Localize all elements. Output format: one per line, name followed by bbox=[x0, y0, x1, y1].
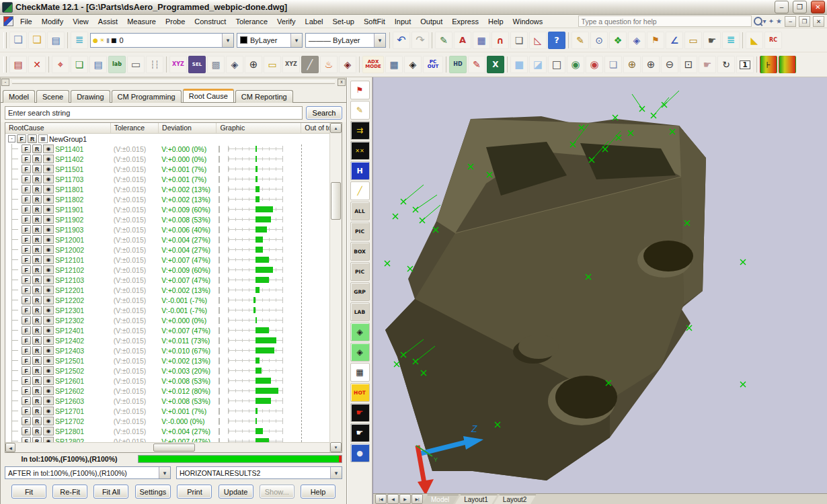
edit-box-icon[interactable]: ❏ bbox=[510, 32, 528, 49]
visibility-eye-icon[interactable]: ◉ bbox=[43, 265, 54, 274]
dropdown-arrow-icon[interactable]: ▾ bbox=[330, 467, 342, 478]
scroll-down-icon[interactable]: ▼ bbox=[330, 442, 342, 452]
visibility-eye-icon[interactable]: ◉ bbox=[43, 437, 54, 442]
tab-model[interactable]: Model bbox=[3, 90, 35, 103]
results-view-combo[interactable]: HORIZONTALRESULTS2 ▾ bbox=[176, 466, 342, 479]
diagonal-line-icon[interactable]: ╱ bbox=[301, 56, 319, 73]
table-row[interactable]: FR◉SP11402(V:±0.015)V:+0.000 (0%) bbox=[5, 154, 330, 164]
menu-input[interactable]: Input bbox=[390, 16, 416, 27]
color-combo[interactable]: ByLayer▾ bbox=[237, 33, 303, 48]
adx-mode-icon[interactable]: ADX MODE bbox=[362, 56, 384, 73]
snap-magnet-icon[interactable]: ∩ bbox=[491, 32, 509, 49]
box-burn-icon[interactable]: BOX bbox=[350, 242, 370, 261]
save-icon[interactable]: ▤ bbox=[47, 32, 65, 49]
panel-close-button[interactable]: x bbox=[338, 79, 346, 86]
report-toggle-button[interactable]: R bbox=[32, 276, 42, 284]
horizontal-scrollbar[interactable]: ◀ ▶ bbox=[5, 442, 342, 452]
show-button[interactable]: Show... bbox=[260, 485, 294, 499]
menu-file[interactable]: File bbox=[15, 16, 37, 27]
menu-windows[interactable]: Windows bbox=[508, 16, 548, 27]
expand-collapse-icon[interactable]: - bbox=[8, 135, 15, 142]
3d-viewport-canvas[interactable]: Z Y bbox=[373, 77, 827, 494]
refit-button[interactable]: Re-Fit bbox=[52, 485, 87, 499]
table-row[interactable]: FR◉SP12001(V:±0.015)V:+0.004 (27%) bbox=[5, 235, 330, 245]
maximize-button[interactable]: ❐ bbox=[793, 1, 807, 13]
nav-first-icon[interactable]: |◀ bbox=[375, 494, 387, 504]
report-toggle-button[interactable]: R bbox=[32, 245, 42, 254]
rc-slope-icon[interactable]: ◣ bbox=[746, 32, 763, 49]
table-row[interactable]: FR◉SP11801(V:±0.015)V:+0.002 (13%) bbox=[5, 184, 330, 194]
feature-toggle-button[interactable]: F bbox=[22, 346, 31, 355]
menu-softfit[interactable]: SoftFit bbox=[359, 16, 390, 27]
report-toggle-button[interactable]: R bbox=[32, 366, 42, 375]
v-scroll-thumb[interactable] bbox=[331, 182, 341, 220]
favorites-star-icon[interactable]: ★ bbox=[776, 17, 782, 25]
visibility-eye-icon[interactable]: ◉ bbox=[43, 144, 54, 153]
report-toggle-button[interactable]: R bbox=[32, 144, 42, 153]
report-toggle-button[interactable]: R bbox=[32, 155, 42, 163]
visibility-eye-icon[interactable]: ◉ bbox=[43, 326, 54, 335]
feature-toggle-button[interactable]: F bbox=[22, 437, 31, 442]
report-toggle-button[interactable]: R bbox=[28, 134, 37, 143]
visibility-eye-icon[interactable]: ◉ bbox=[43, 396, 54, 405]
tab-cmreporting[interactable]: CM Reporting bbox=[235, 90, 293, 103]
all-select-icon[interactable]: ALL bbox=[350, 202, 370, 220]
zoom-window-icon[interactable]: ⊡ bbox=[680, 56, 697, 73]
label-tag-icon[interactable]: lab bbox=[108, 56, 126, 73]
menu-setup[interactable]: Set-up bbox=[328, 16, 359, 27]
report-toggle-button[interactable]: R bbox=[32, 175, 42, 183]
visibility-eye-icon[interactable]: ◉ bbox=[43, 336, 54, 345]
feature-toggle-button[interactable]: F bbox=[22, 396, 31, 405]
layer-combo[interactable]: ●☀▮■0▾ bbox=[90, 33, 234, 48]
feature-toggle-button[interactable]: F bbox=[22, 366, 31, 375]
after-intol-combo[interactable]: AFTER in tol:100%,(F100%),(R100%) ▾ bbox=[5, 466, 171, 479]
visibility-eye-icon[interactable]: ◉ bbox=[43, 316, 54, 325]
table-row[interactable]: FR◉SP12202(V:±0.015)V:-0.001 (-7%) bbox=[5, 295, 330, 305]
update-button[interactable]: Update bbox=[219, 485, 253, 499]
undo-icon[interactable]: ↶ bbox=[393, 32, 410, 49]
feature-toggle-button[interactable]: F bbox=[22, 265, 31, 274]
open-file-icon[interactable]: ❏ bbox=[28, 32, 46, 49]
save-program-icon[interactable]: ▤ bbox=[89, 56, 107, 73]
table-row[interactable]: FR◉SP12502(V:±0.015)V:+0.003 (20%) bbox=[5, 366, 330, 376]
pan-box-icon[interactable]: ❏ bbox=[604, 56, 622, 73]
nav-last-icon[interactable]: ▶| bbox=[411, 494, 423, 504]
lineweight-combo[interactable]: ——— ByLayer▾ bbox=[305, 33, 386, 48]
search-input[interactable] bbox=[5, 106, 303, 120]
report-toggle-button[interactable]: R bbox=[32, 286, 42, 294]
rectangle-icon[interactable]: ▭ bbox=[127, 56, 145, 73]
feature-toggle-button[interactable]: F bbox=[22, 286, 31, 294]
report-toggle-button[interactable]: R bbox=[32, 417, 42, 425]
layout-tab-layout2[interactable]: Layout2 bbox=[494, 495, 537, 504]
panel-collapse-button[interactable]: - bbox=[1, 79, 9, 86]
h-mode-icon[interactable]: H bbox=[350, 161, 370, 180]
visibility-eye-icon[interactable]: ◉ bbox=[43, 356, 54, 365]
layer-stack-icon[interactable]: ≣ bbox=[722, 32, 740, 49]
burst-icon[interactable]: ♨ bbox=[320, 56, 338, 73]
feature-toggle-button[interactable]: F bbox=[22, 235, 31, 244]
menu-output[interactable]: Output bbox=[416, 16, 447, 27]
h-scroll-thumb[interactable] bbox=[153, 444, 195, 452]
report-toggle-button[interactable]: R bbox=[32, 215, 42, 224]
report-toggle-button[interactable]: R bbox=[32, 205, 42, 214]
visibility-eye-icon[interactable]: ◉ bbox=[43, 225, 54, 234]
table-row[interactable]: FR◉SP12301(V:±0.015)V:-0.001 (-7%) bbox=[5, 305, 330, 315]
tab-cmprogramming[interactable]: CM Programming bbox=[112, 90, 182, 103]
table-row[interactable]: FR◉SP12302(V:±0.015)V:+0.000 (0%) bbox=[5, 315, 330, 325]
mesh-diamond-icon[interactable]: ◈ bbox=[628, 32, 645, 49]
table-row[interactable]: FR◉SP12702(V:±0.015)V:-0.000 (0%) bbox=[5, 416, 330, 426]
report-toggle-button[interactable]: R bbox=[32, 235, 42, 244]
mdi-close-button[interactable]: ✕ bbox=[813, 16, 824, 27]
feature-toggle-button[interactable]: F bbox=[22, 386, 31, 395]
report-toggle-button[interactable]: R bbox=[32, 165, 42, 173]
report-toggle-button[interactable]: R bbox=[32, 185, 42, 194]
fitall-button[interactable]: Fit All bbox=[93, 485, 128, 499]
report-toggle-button[interactable]: R bbox=[32, 326, 42, 335]
color-pencil-icon[interactable]: ✎ bbox=[468, 56, 485, 73]
menu-label[interactable]: Label bbox=[301, 16, 328, 27]
table-row[interactable]: FR◉SP12603(V:±0.015)V:+0.008 (53%) bbox=[5, 396, 330, 406]
menu-help[interactable]: Help bbox=[483, 16, 508, 27]
feature-toggle-button[interactable]: F bbox=[17, 134, 26, 143]
report-toggle-button[interactable]: R bbox=[32, 225, 42, 234]
menu-verify[interactable]: Verify bbox=[272, 16, 301, 27]
